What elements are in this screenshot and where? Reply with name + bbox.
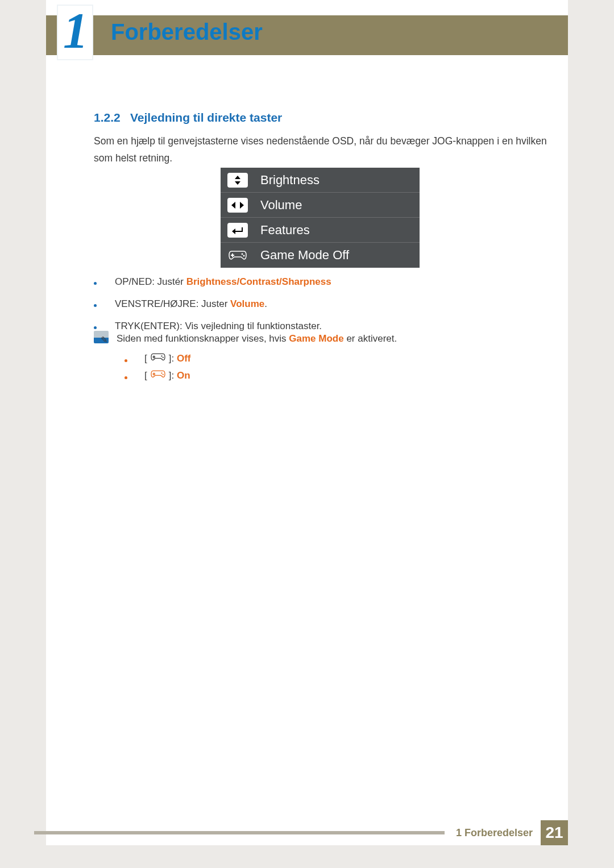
osd-panel: Brightness Volume Features Game Mode Off	[221, 168, 420, 268]
osd-row-gamemode: Game Mode Off	[221, 243, 420, 268]
bullet-dot-icon	[125, 376, 127, 379]
svg-point-7	[162, 357, 163, 358]
section-number: 1.2.2	[94, 111, 121, 124]
svg-point-3	[243, 255, 245, 257]
bullet-dot-icon	[125, 359, 127, 362]
note-sub-text: []: Off	[144, 352, 190, 364]
gamepad-icon	[148, 369, 168, 379]
note-icon	[94, 331, 109, 343]
bullet-item: VENSTRE/HØJRE: Juster Volume.	[94, 296, 549, 312]
osd-label: Brightness	[260, 173, 320, 188]
svg-rect-1	[231, 255, 234, 256]
footer-page-number: 21	[541, 820, 568, 845]
note-sub-item-on: []: On	[125, 369, 549, 381]
enter-icon	[227, 223, 248, 238]
bullet-text: OP/NED: Justér Brightness/Contrast/Sharp…	[115, 274, 331, 289]
osd-row-volume: Volume	[221, 193, 420, 218]
osd-row-features: Features	[221, 218, 420, 243]
footer: 1 Forberedelser 21	[46, 820, 568, 845]
gamepad-icon	[227, 248, 248, 263]
osd-label: Features	[260, 223, 310, 238]
footer-line-gutter	[34, 831, 46, 834]
footer-line	[46, 831, 445, 834]
svg-rect-9	[152, 373, 155, 375]
left-right-icon	[227, 198, 248, 213]
bullet-dot-icon	[94, 282, 97, 285]
svg-rect-5	[152, 356, 155, 358]
osd-label: Game Mode Off	[260, 248, 349, 263]
left-gutter	[0, 0, 46, 868]
note-text: Siden med funktionsknapper vises, hvis G…	[117, 331, 397, 347]
chapter-number-box: 1	[57, 5, 93, 60]
svg-point-10	[161, 372, 162, 373]
note-block: Siden med funktionsknapper vises, hvis G…	[94, 331, 549, 386]
bullet-dot-icon	[94, 326, 97, 329]
chapter-number: 1	[63, 6, 88, 56]
section-intro: Som en hjælp til genvejstasterne vises n…	[94, 133, 549, 167]
bullet-item: OP/NED: Justér Brightness/Contrast/Sharp…	[94, 274, 549, 289]
note-sub-list: []: Off []: On	[125, 352, 549, 381]
section-title: Vejledning til direkte taster	[130, 111, 282, 124]
note-sub-item-off: []: Off	[125, 352, 549, 364]
chapter-title: Forberedelser	[111, 19, 263, 45]
up-down-icon	[227, 173, 248, 188]
svg-point-11	[162, 374, 163, 375]
svg-point-6	[161, 355, 162, 356]
osd-label: Volume	[260, 198, 302, 213]
page: 1 Forberedelser 1.2.2 Vejledning til dir…	[46, 0, 568, 845]
bullet-dot-icon	[94, 304, 97, 307]
gamepad-icon	[148, 352, 168, 362]
bullet-text: VENSTRE/HØJRE: Juster Volume.	[115, 296, 267, 312]
note-sub-text: []: On	[144, 369, 190, 381]
svg-point-2	[242, 254, 243, 255]
osd-row-brightness: Brightness	[221, 168, 420, 193]
footer-chapter-label: 1 Forberedelser	[456, 827, 533, 839]
